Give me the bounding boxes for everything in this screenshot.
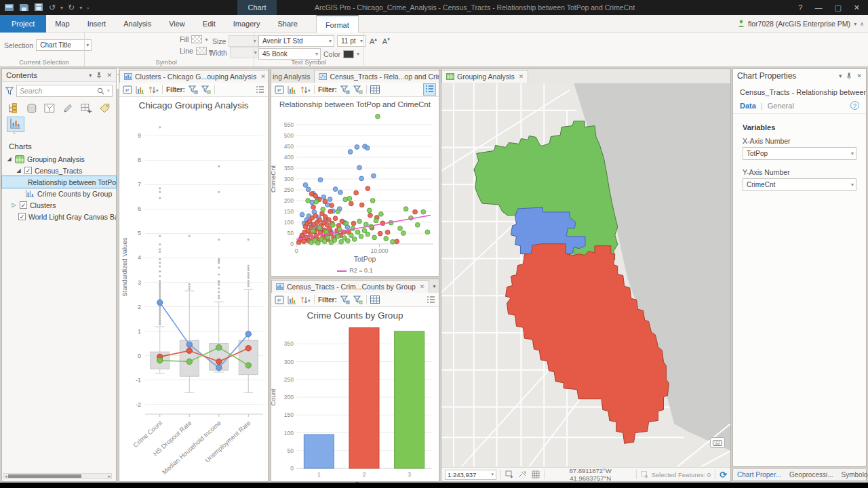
hidden-tab-partial[interactable]: ing Analysis xyxy=(271,70,314,83)
open-project-icon[interactable] xyxy=(4,3,14,12)
ribbon-tab-insert[interactable]: Insert xyxy=(79,15,115,33)
width-combo[interactable]: ▾ xyxy=(230,47,260,58)
filter-by-selection-icon[interactable] xyxy=(340,296,350,304)
panel-menu-icon[interactable]: ▾ xyxy=(89,72,92,79)
account-menu[interactable]: flor7028 (ArcGIS Enterprise PM) ▾ ∧ xyxy=(738,15,864,33)
scroll-left-icon[interactable]: ◂ xyxy=(5,474,7,479)
search-input[interactable]: Search ▾ xyxy=(16,85,113,97)
panel-menu-icon[interactable]: ▾ xyxy=(839,73,842,79)
checkbox-checked[interactable]: ✓ xyxy=(24,167,32,174)
expander-collapsed-icon[interactable]: ▷ xyxy=(11,202,17,208)
tree-item-grouping-analysis[interactable]: ◢ Grouping Analysis xyxy=(2,153,116,165)
scrollbar-thumb[interactable] xyxy=(8,474,81,478)
font-size-combo[interactable]: 11 pt▾ xyxy=(337,35,366,47)
tree-item-census-tracts[interactable]: ◢ ✓ Census_Tracts xyxy=(2,165,116,176)
show-table-icon[interactable] xyxy=(370,296,380,304)
horizontal-scrollbar[interactable]: ◂ ▸ xyxy=(3,473,112,479)
filter-by-selection-icon[interactable] xyxy=(340,85,350,94)
ribbon-tab-analysis[interactable]: Analysis xyxy=(115,15,160,33)
chart-properties-icon[interactable]: P xyxy=(275,85,284,94)
chart-list-icon[interactable] xyxy=(427,296,435,304)
ribbon-tab-imagery[interactable]: Imagery xyxy=(224,15,269,33)
chart-list-icon[interactable] xyxy=(424,84,435,95)
sort-icon[interactable]: ▾ xyxy=(148,85,159,94)
dock-tab-1[interactable]: Geoprocessi... xyxy=(789,471,833,479)
tree-item-clusters[interactable]: ▷ ✓ Clusters xyxy=(2,199,116,211)
close-panel-icon[interactable]: ✕ xyxy=(856,73,862,79)
undo-icon[interactable]: ↺ xyxy=(49,1,56,14)
tree-item-relationship-chart[interactable]: Relationship between TotPop and C xyxy=(2,176,116,188)
filter-icon[interactable] xyxy=(5,87,14,95)
ribbon-tab-format[interactable]: Format xyxy=(316,15,359,33)
list-by-editing-icon[interactable] xyxy=(62,103,74,114)
show-table-icon[interactable] xyxy=(370,85,380,94)
pin-icon[interactable] xyxy=(846,73,852,79)
onscreen-keyboard-button[interactable] xyxy=(710,437,725,448)
text-color-dropdown-icon[interactable]: ▾ xyxy=(357,51,359,57)
expander-icon[interactable]: ◢ xyxy=(16,167,22,174)
help-icon[interactable]: ? xyxy=(798,3,802,12)
pin-icon[interactable] xyxy=(96,72,102,79)
y-axis-combo[interactable]: CrimeCnt▾ xyxy=(743,178,856,191)
bar-chart[interactable]: 501001502002503003500Count123Group xyxy=(271,321,439,488)
tab-data[interactable]: Data xyxy=(740,102,756,110)
fill-dropdown-icon[interactable]: ▾ xyxy=(205,37,208,43)
sort-icon[interactable]: ▾ xyxy=(300,85,311,94)
filter-by-extent-icon[interactable] xyxy=(353,85,363,94)
scatter-tab[interactable]: Census_Tracts - Rela...op and CrimeCnt ✕ xyxy=(314,70,439,83)
grow-text-icon[interactable]: A▴ xyxy=(368,37,378,45)
map-canvas[interactable] xyxy=(441,83,730,467)
list-charts-button[interactable] xyxy=(7,117,24,131)
close-panel-icon[interactable]: ✕ xyxy=(106,72,112,79)
selection-combo[interactable]: Chart Title▾ xyxy=(36,39,92,51)
help-icon[interactable]: ? xyxy=(850,101,859,110)
boxplot-tab[interactable]: Clusters - Chicago G...ouping Analysis ✕ xyxy=(119,70,268,83)
minimize-icon[interactable]: — xyxy=(814,3,822,12)
chart-type-icon[interactable] xyxy=(288,85,296,94)
ribbon-tab-map[interactable]: Map xyxy=(46,15,78,33)
tree-item-crime-counts-chart[interactable]: Crime Counts by Group xyxy=(2,188,116,199)
map-scale-combo[interactable]: 1:243,937 ▾ xyxy=(445,470,496,480)
chart-list-icon[interactable] xyxy=(256,85,264,94)
chart-type-icon[interactable] xyxy=(136,85,144,94)
close-tab-icon[interactable]: ✕ xyxy=(420,283,425,290)
scatter-chart[interactable]: 501001502002503003504004505005500010,000… xyxy=(271,108,439,267)
dock-tab-2[interactable]: Symbology xyxy=(842,471,868,479)
tab-list-icon[interactable]: ▾ xyxy=(429,283,439,289)
filter-by-extent-icon[interactable] xyxy=(201,85,211,94)
close-tab-icon[interactable]: ✕ xyxy=(519,73,524,80)
ribbon-collapse-icon[interactable]: ∧ xyxy=(860,21,864,27)
ribbon-tab-edit[interactable]: Edit xyxy=(194,15,224,33)
ribbon-tab-share[interactable]: Share xyxy=(269,15,307,33)
boxplot-chart[interactable]: -2-10123456789Standardized ValuesCrime C… xyxy=(119,110,268,478)
chart-type-icon[interactable] xyxy=(288,296,296,304)
grid-icon[interactable] xyxy=(532,470,540,479)
undo-dropdown-icon[interactable]: ▾ xyxy=(60,5,63,11)
expander-icon[interactable]: ◢ xyxy=(6,156,12,162)
list-by-snapping-icon[interactable] xyxy=(81,103,93,114)
filter-by-extent-icon[interactable] xyxy=(353,296,363,304)
chart-properties-icon[interactable]: P xyxy=(275,296,284,304)
chart-properties-icon[interactable]: P xyxy=(123,85,132,94)
search-options-icon[interactable]: ▾ xyxy=(106,88,109,94)
shrink-text-icon[interactable]: A▾ xyxy=(381,37,391,45)
ribbon-tab-view[interactable]: View xyxy=(160,15,194,33)
tree-item-basemap[interactable]: ✓ World Light Gray Canvas Base xyxy=(2,211,116,222)
list-by-selection-icon[interactable] xyxy=(44,103,56,114)
refresh-icon[interactable]: ⟳ xyxy=(719,470,727,480)
tab-general[interactable]: General xyxy=(768,102,794,110)
x-axis-combo[interactable]: TotPop▾ xyxy=(743,147,856,160)
font-family-combo[interactable]: Avenir LT Std▾ xyxy=(258,35,334,47)
map-tab[interactable]: Grouping Analysis ✕ xyxy=(441,70,528,83)
redo-icon[interactable]: ↻ xyxy=(68,1,75,14)
close-tab-icon[interactable]: ✕ xyxy=(260,73,266,80)
list-by-labeling-icon[interactable] xyxy=(99,103,111,114)
checkbox-checked[interactable]: ✓ xyxy=(20,201,27,209)
redo-dropdown-icon[interactable]: ▾ xyxy=(79,5,82,11)
scroll-right-icon[interactable]: ▸ xyxy=(108,474,111,479)
line-color-swatch[interactable] xyxy=(196,47,207,55)
maximize-icon[interactable]: ▢ xyxy=(834,3,841,12)
fixed-zoom-icon[interactable] xyxy=(518,470,528,479)
close-icon[interactable]: ✕ xyxy=(854,3,860,12)
contextual-tab-chart[interactable]: Chart xyxy=(237,0,277,15)
